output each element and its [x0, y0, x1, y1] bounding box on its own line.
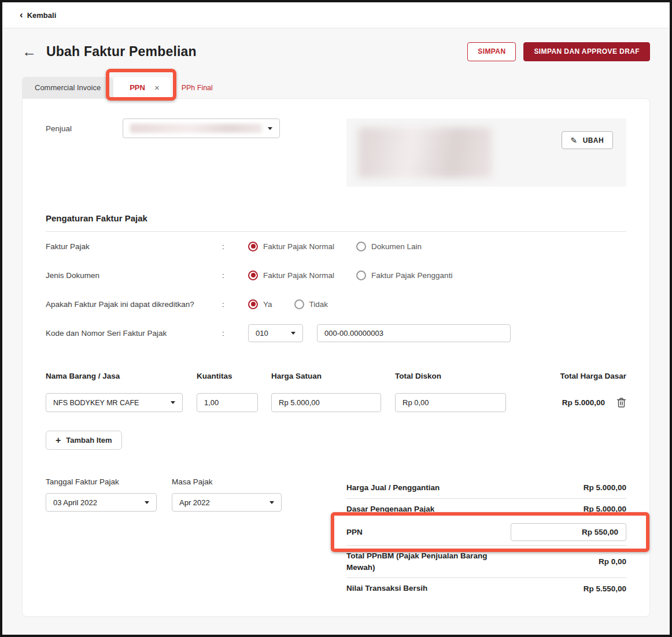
kode-select[interactable]: 010: [248, 324, 303, 342]
summary-row-nilai-transaksi: Nilai Transaksi Bersih Rp 5.550,00: [346, 578, 626, 599]
tab-ppn[interactable]: PPN ×: [113, 77, 170, 98]
colon: :: [222, 300, 248, 309]
item-total-cell: Rp 5.000,00: [520, 397, 626, 408]
caret-down-icon: [171, 401, 175, 404]
tab-label: Commercial Invoice: [35, 83, 101, 92]
ubah-button[interactable]: ✎ UBAH: [562, 131, 613, 149]
field-label: Faktur Pajak: [46, 242, 222, 251]
column-header-total-diskon: Total Diskon: [395, 372, 506, 380]
tanggal-faktur-group: Tanggal Faktur Pajak 03 April 2022: [46, 477, 157, 512]
tanggal-faktur-label: Tanggal Faktur Pajak: [46, 477, 157, 486]
form-row-kode-nomor-seri: Kode dan Nomor Seri Faktur Pajak : 010: [46, 318, 626, 347]
tab-pph-final[interactable]: PPh Final: [170, 77, 224, 98]
summary-row-ppnbm: Total PPnBM (Pajak Penjualan Barang Mewa…: [346, 546, 626, 577]
title-row: ← Ubah Faktur Pembelian SIMPAN SIMPAN DA…: [22, 40, 650, 63]
nomor-seri-input[interactable]: [317, 324, 511, 342]
column-header-harga-satuan: Harga Satuan: [271, 372, 381, 380]
colon: :: [222, 271, 248, 280]
radio-label: Ya: [263, 300, 272, 309]
summary-value: Rp 5.550,00: [584, 584, 626, 593]
penjual-label: Penjual: [46, 124, 123, 133]
summary-row-dasar-pengenaan: Dasar Pengenaan Pajak Rp 5.000,00: [346, 499, 626, 520]
edit-pencil-icon: ✎: [571, 136, 578, 145]
radio-label: Faktur Pajak Normal: [263, 271, 334, 280]
seller-info-panel: ✎ UBAH: [346, 118, 626, 187]
summary-label: Total PPnBM (Pajak Penjualan Barang Mewa…: [346, 550, 500, 573]
radio-dokumen-lain[interactable]: Dokumen Lain: [356, 242, 422, 251]
column-header-kuantitas: Kuantitas: [197, 372, 258, 380]
summary-label: Dasar Pengenaan Pajak: [346, 503, 434, 515]
summary-row-ppn: PPN: [346, 519, 626, 545]
summary-row-harga-jual: Harga Jual / Penggantian Rp 5.000,00: [346, 477, 626, 498]
ubah-button-label: UBAH: [583, 136, 604, 145]
tab-commercial-invoice[interactable]: Commercial Invoice: [22, 77, 113, 98]
harga-satuan-input[interactable]: [271, 393, 381, 412]
summary-label: Harga Jual / Penggantian: [346, 482, 440, 494]
ppn-input[interactable]: [511, 523, 626, 541]
radio-faktur-pajak-pengganti[interactable]: Faktur Pajak Pengganti: [356, 271, 452, 280]
masa-pajak-label: Masa Pajak: [172, 477, 282, 486]
summary-panel: Harga Jual / Penggantian Rp 5.000,00 Das…: [346, 477, 626, 599]
caret-down-icon: [269, 501, 274, 504]
radio-unselected-icon: [356, 242, 366, 251]
summary-label: Nilai Transaksi Bersih: [346, 583, 427, 594]
caret-down-icon: [291, 332, 296, 335]
back-arrow-icon[interactable]: ←: [22, 43, 36, 60]
radio-ya[interactable]: Ya: [248, 299, 272, 309]
bottom-section: Tanggal Faktur Pajak 03 April 2022 Masa …: [46, 477, 626, 599]
simpan-approve-draf-button[interactable]: SIMPAN DAN APPROVE DRAF: [523, 42, 650, 61]
date-fields: Tanggal Faktur Pajak 03 April 2022 Masa …: [46, 477, 346, 512]
form-row-dikreditkan: Apakah Faktur Pajak ini dapat dikreditka…: [46, 290, 626, 318]
trash-icon[interactable]: [616, 397, 626, 408]
seller-section: Penjual ✎ UBAH: [46, 99, 626, 187]
penjual-select[interactable]: [123, 118, 280, 138]
radio-group: Faktur Pajak Normal Faktur Pajak Penggan…: [248, 271, 452, 280]
radio-group: Faktur Pajak Normal Dokumen Lain: [248, 242, 422, 251]
radio-label: Faktur Pajak Normal: [263, 242, 334, 251]
section-title-pengaturan: Pengaturan Faktur Pajak: [46, 213, 626, 223]
caret-down-icon: [268, 127, 272, 130]
seller-field: Penjual: [46, 118, 346, 138]
summary-value: Rp 5.000,00: [584, 505, 626, 513]
field-label: Jenis Dokumen: [46, 271, 222, 280]
masa-pajak-select[interactable]: Apr 2022: [172, 493, 282, 512]
item-nama-cell: NFS BODYKEY MR CAFE: [46, 393, 183, 412]
chevron-left-icon: ‹: [20, 10, 23, 20]
simpan-button[interactable]: SIMPAN: [467, 42, 516, 61]
form-card: Penjual ✎ UBAH Pengaturan Faktur Pajak: [22, 98, 650, 617]
radio-unselected-icon: [294, 299, 304, 309]
field-label: Apakah Faktur Pajak ini dapat dikreditka…: [46, 300, 222, 309]
ppn-label: PPN: [346, 527, 363, 538]
form-row-faktur-pajak: Faktur Pajak : Faktur Pajak Normal Dokum…: [46, 232, 626, 261]
masa-pajak-group: Masa Pajak Apr 2022: [172, 477, 282, 512]
tambah-item-button[interactable]: + Tambah Item: [46, 431, 122, 450]
tab-label: PPN: [130, 83, 145, 92]
field-label: Kode dan Nomor Seri Faktur Pajak: [46, 329, 222, 338]
summary-value: Rp 5.000,00: [584, 483, 626, 492]
total-harga-dasar-value: Rp 5.000,00: [562, 398, 605, 407]
radio-unselected-icon: [356, 271, 366, 280]
page-title: Ubah Faktur Pembelian: [46, 44, 197, 60]
column-header-total-harga-dasar: Total Harga Dasar: [520, 372, 626, 380]
radio-group: Ya Tidak: [248, 299, 328, 309]
back-link[interactable]: ‹ Kembali: [20, 11, 56, 20]
form-row-jenis-dokumen: Jenis Dokumen : Faktur Pajak Normal Fakt…: [46, 261, 626, 290]
radio-faktur-pajak-normal-jenis[interactable]: Faktur Pajak Normal: [248, 271, 334, 280]
items-table: Nama Barang / Jasa Kuantitas Harga Satua…: [46, 372, 626, 450]
plus-icon: +: [56, 436, 61, 445]
close-icon[interactable]: ×: [154, 83, 160, 92]
kuantitas-input[interactable]: [197, 393, 258, 412]
tab-label: PPh Final: [182, 84, 213, 92]
total-diskon-input[interactable]: [395, 393, 506, 412]
radio-label: Dokumen Lain: [371, 242, 422, 251]
radio-label: Tidak: [309, 300, 328, 309]
column-header-nama: Nama Barang / Jasa: [46, 372, 183, 380]
kode-value: 010: [256, 329, 268, 338]
item-nama-value: NFS BODYKEY MR CAFE: [53, 399, 139, 407]
radio-tidak[interactable]: Tidak: [294, 299, 328, 309]
summary-value: Rp 0,00: [599, 557, 626, 566]
item-nama-select[interactable]: NFS BODYKEY MR CAFE: [46, 393, 183, 412]
colon: :: [222, 329, 248, 338]
tanggal-faktur-select[interactable]: 03 April 2022: [46, 493, 157, 512]
radio-faktur-pajak-normal[interactable]: Faktur Pajak Normal: [248, 242, 334, 251]
